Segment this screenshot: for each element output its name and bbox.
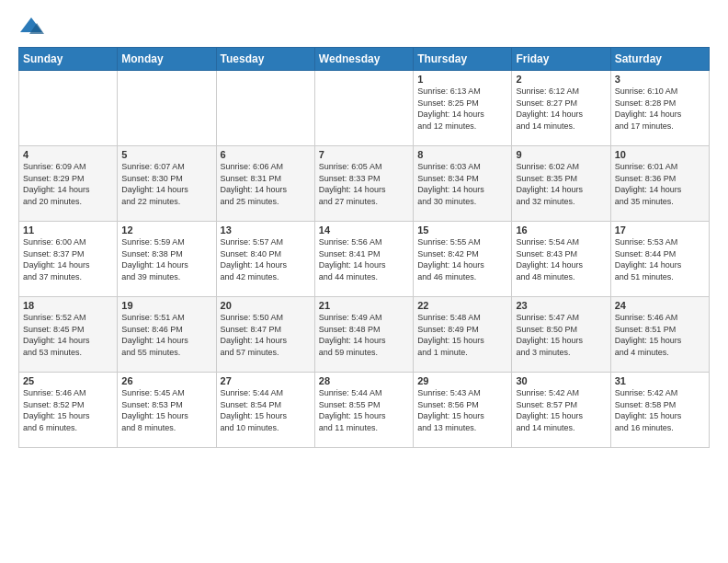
day-number: 12 — [121, 224, 211, 236]
day-cell: 26Sunrise: 5:45 AM Sunset: 8:53 PM Dayli… — [118, 373, 216, 448]
day-info: Sunrise: 6:06 AM Sunset: 8:31 PM Dayligh… — [221, 161, 311, 207]
day-cell: 12Sunrise: 5:59 AM Sunset: 8:38 PM Dayli… — [118, 222, 216, 297]
day-number: 15 — [417, 224, 507, 236]
day-cell: 24Sunrise: 5:46 AM Sunset: 8:51 PM Dayli… — [610, 297, 709, 373]
day-number: 28 — [319, 375, 409, 386]
day-number: 9 — [516, 149, 606, 160]
day-info: Sunrise: 5:54 AM Sunset: 8:43 PM Dayligh… — [516, 236, 606, 282]
day-cell: 5Sunrise: 6:07 AM Sunset: 8:30 PM Daylig… — [118, 146, 216, 222]
logo-icon — [18, 14, 44, 40]
day-cell: 22Sunrise: 5:48 AM Sunset: 8:49 PM Dayli… — [414, 297, 512, 373]
weekday-header-thursday: Thursday — [414, 48, 512, 71]
day-info: Sunrise: 5:51 AM Sunset: 8:46 PM Dayligh… — [121, 312, 211, 358]
day-number: 23 — [516, 300, 606, 311]
page: SundayMondayTuesdayWednesdayThursdayFrid… — [0, 0, 728, 563]
day-info: Sunrise: 6:07 AM Sunset: 8:30 PM Dayligh… — [121, 161, 211, 207]
weekday-header-tuesday: Tuesday — [216, 48, 314, 71]
day-cell: 1Sunrise: 6:13 AM Sunset: 8:25 PM Daylig… — [414, 71, 512, 146]
day-number: 2 — [516, 74, 606, 85]
day-cell — [314, 71, 413, 146]
day-cell: 20Sunrise: 5:50 AM Sunset: 8:47 PM Dayli… — [216, 297, 314, 373]
day-cell: 30Sunrise: 5:42 AM Sunset: 8:57 PM Dayli… — [512, 373, 610, 448]
day-number: 8 — [417, 149, 507, 160]
day-info: Sunrise: 5:48 AM Sunset: 8:49 PM Dayligh… — [417, 312, 507, 358]
day-info: Sunrise: 6:09 AM Sunset: 8:29 PM Dayligh… — [23, 161, 113, 207]
week-row-2: 4Sunrise: 6:09 AM Sunset: 8:29 PM Daylig… — [19, 146, 710, 222]
day-number: 13 — [221, 224, 311, 236]
day-number: 24 — [615, 300, 705, 311]
day-info: Sunrise: 5:44 AM Sunset: 8:54 PM Dayligh… — [221, 387, 311, 433]
day-info: Sunrise: 5:43 AM Sunset: 8:56 PM Dayligh… — [417, 387, 507, 433]
day-info: Sunrise: 5:42 AM Sunset: 8:57 PM Dayligh… — [516, 387, 606, 433]
day-number: 5 — [121, 149, 211, 160]
day-cell: 27Sunrise: 5:44 AM Sunset: 8:54 PM Dayli… — [216, 373, 314, 448]
day-number: 22 — [417, 300, 507, 311]
day-info: Sunrise: 5:47 AM Sunset: 8:50 PM Dayligh… — [516, 312, 606, 358]
day-cell: 19Sunrise: 5:51 AM Sunset: 8:46 PM Dayli… — [118, 297, 216, 373]
day-cell — [216, 71, 314, 146]
day-info: Sunrise: 6:12 AM Sunset: 8:27 PM Dayligh… — [516, 86, 606, 132]
day-number: 31 — [615, 375, 705, 386]
day-info: Sunrise: 6:03 AM Sunset: 8:34 PM Dayligh… — [417, 161, 507, 207]
day-cell: 17Sunrise: 5:53 AM Sunset: 8:44 PM Dayli… — [610, 222, 709, 297]
day-cell: 25Sunrise: 5:46 AM Sunset: 8:52 PM Dayli… — [19, 373, 118, 448]
day-info: Sunrise: 5:46 AM Sunset: 8:51 PM Dayligh… — [615, 312, 705, 358]
day-cell: 15Sunrise: 5:55 AM Sunset: 8:42 PM Dayli… — [414, 222, 512, 297]
day-info: Sunrise: 5:50 AM Sunset: 8:47 PM Dayligh… — [221, 312, 311, 358]
day-number: 21 — [319, 300, 409, 311]
day-cell: 23Sunrise: 5:47 AM Sunset: 8:50 PM Dayli… — [512, 297, 610, 373]
day-number: 30 — [516, 375, 606, 386]
day-number: 16 — [516, 224, 606, 236]
day-info: Sunrise: 5:55 AM Sunset: 8:42 PM Dayligh… — [417, 236, 507, 282]
day-number: 6 — [221, 149, 311, 160]
day-number: 17 — [615, 224, 705, 236]
day-info: Sunrise: 6:05 AM Sunset: 8:33 PM Dayligh… — [319, 161, 409, 207]
calendar: SundayMondayTuesdayWednesdayThursdayFrid… — [18, 47, 710, 448]
day-cell: 14Sunrise: 5:56 AM Sunset: 8:41 PM Dayli… — [314, 222, 413, 297]
logo — [18, 14, 48, 40]
week-row-1: 1Sunrise: 6:13 AM Sunset: 8:25 PM Daylig… — [19, 71, 710, 146]
day-cell: 16Sunrise: 5:54 AM Sunset: 8:43 PM Dayli… — [512, 222, 610, 297]
day-info: Sunrise: 5:52 AM Sunset: 8:45 PM Dayligh… — [23, 312, 113, 358]
day-info: Sunrise: 6:00 AM Sunset: 8:37 PM Dayligh… — [23, 236, 113, 282]
week-row-4: 18Sunrise: 5:52 AM Sunset: 8:45 PM Dayli… — [19, 297, 710, 373]
day-number: 10 — [615, 149, 705, 160]
day-info: Sunrise: 5:42 AM Sunset: 8:58 PM Dayligh… — [615, 387, 705, 433]
day-number: 1 — [417, 74, 507, 85]
day-cell: 18Sunrise: 5:52 AM Sunset: 8:45 PM Dayli… — [19, 297, 118, 373]
day-number: 19 — [121, 300, 211, 311]
day-cell: 29Sunrise: 5:43 AM Sunset: 8:56 PM Dayli… — [414, 373, 512, 448]
day-number: 7 — [319, 149, 409, 160]
day-cell: 6Sunrise: 6:06 AM Sunset: 8:31 PM Daylig… — [216, 146, 314, 222]
day-cell: 28Sunrise: 5:44 AM Sunset: 8:55 PM Dayli… — [314, 373, 413, 448]
day-cell: 9Sunrise: 6:02 AM Sunset: 8:35 PM Daylig… — [512, 146, 610, 222]
day-number: 27 — [221, 375, 311, 386]
day-cell: 13Sunrise: 5:57 AM Sunset: 8:40 PM Dayli… — [216, 222, 314, 297]
day-number: 25 — [23, 375, 113, 386]
day-info: Sunrise: 6:01 AM Sunset: 8:36 PM Dayligh… — [615, 161, 705, 207]
day-number: 18 — [23, 300, 113, 311]
day-number: 29 — [417, 375, 507, 386]
week-row-3: 11Sunrise: 6:00 AM Sunset: 8:37 PM Dayli… — [19, 222, 710, 297]
weekday-header-wednesday: Wednesday — [314, 48, 413, 71]
weekday-header-sunday: Sunday — [19, 48, 118, 71]
week-row-5: 25Sunrise: 5:46 AM Sunset: 8:52 PM Dayli… — [19, 373, 710, 448]
day-cell: 21Sunrise: 5:49 AM Sunset: 8:48 PM Dayli… — [314, 297, 413, 373]
day-info: Sunrise: 6:10 AM Sunset: 8:28 PM Dayligh… — [615, 86, 705, 132]
day-cell: 3Sunrise: 6:10 AM Sunset: 8:28 PM Daylig… — [610, 71, 709, 146]
day-cell: 2Sunrise: 6:12 AM Sunset: 8:27 PM Daylig… — [512, 71, 610, 146]
day-info: Sunrise: 5:56 AM Sunset: 8:41 PM Dayligh… — [319, 236, 409, 282]
day-cell: 7Sunrise: 6:05 AM Sunset: 8:33 PM Daylig… — [314, 146, 413, 222]
day-cell — [118, 71, 216, 146]
day-number: 20 — [221, 300, 311, 311]
weekday-header-monday: Monday — [118, 48, 216, 71]
day-info: Sunrise: 5:45 AM Sunset: 8:53 PM Dayligh… — [121, 387, 211, 433]
day-info: Sunrise: 5:49 AM Sunset: 8:48 PM Dayligh… — [319, 312, 409, 358]
day-cell: 8Sunrise: 6:03 AM Sunset: 8:34 PM Daylig… — [414, 146, 512, 222]
day-cell — [19, 71, 118, 146]
weekday-header-friday: Friday — [512, 48, 610, 71]
day-info: Sunrise: 5:57 AM Sunset: 8:40 PM Dayligh… — [221, 236, 311, 282]
day-cell: 11Sunrise: 6:00 AM Sunset: 8:37 PM Dayli… — [19, 222, 118, 297]
day-number: 3 — [615, 74, 705, 85]
day-number: 4 — [23, 149, 113, 160]
